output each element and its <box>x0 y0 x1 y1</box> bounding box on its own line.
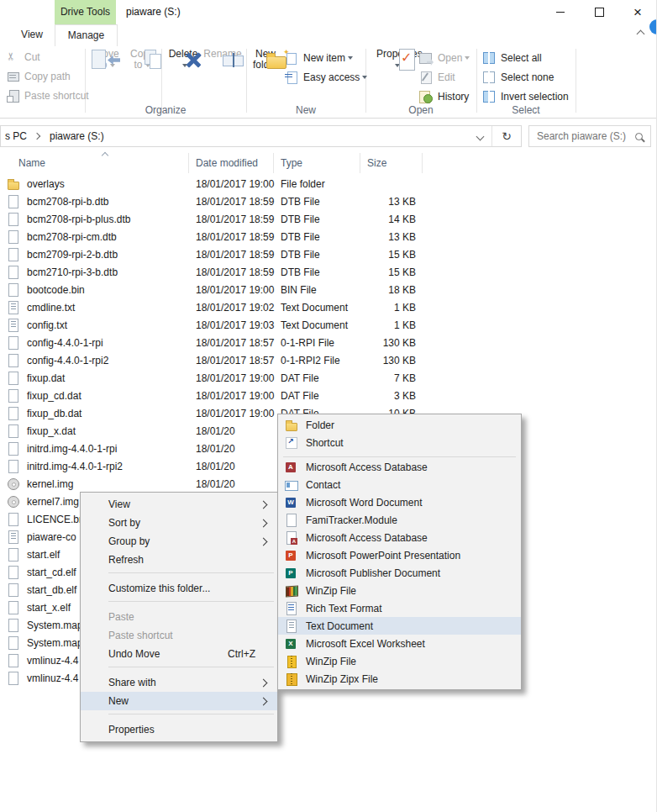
new-submenu-item[interactable]: Contact <box>278 476 521 493</box>
context-menu-item-label: Sort by <box>108 517 140 529</box>
context-menu-item-label: Undo Move <box>108 648 160 660</box>
open-button[interactable]: Open <box>419 50 470 66</box>
paste-shortcut-button[interactable]: Paste shortcut <box>7 88 89 103</box>
invert-selection-icon <box>482 90 496 103</box>
title-bar[interactable]: Drive Tools piaware (S:) × <box>0 0 657 24</box>
cut-button[interactable]: Cut <box>7 50 40 65</box>
context-menu-item[interactable]: Group by <box>81 532 277 551</box>
minimize-button[interactable] <box>541 0 580 24</box>
new-submenu-item[interactable]: WinZip Zipx File <box>278 670 521 688</box>
column-header-name[interactable]: Name <box>0 153 189 173</box>
file-size: 7 KB <box>360 372 419 384</box>
new-submenu-item-label: Folder <box>306 419 334 431</box>
file-size: 14 KB <box>360 214 419 225</box>
file-type: Text Document <box>274 319 360 331</box>
file-row[interactable]: config-4.4.0-1-rpi 18/01/2017 18:57 0-1-… <box>0 334 657 351</box>
open-icon <box>419 51 433 65</box>
file-name: config.txt <box>20 319 189 331</box>
context-menu-item[interactable] <box>81 572 277 579</box>
context-menu-item[interactable]: Paste <box>81 608 277 626</box>
new-submenu-item[interactable]: Shortcut <box>278 434 521 451</box>
copy-path-button[interactable]: Copy path <box>7 69 71 84</box>
contextual-tab-drive-tools[interactable]: Drive Tools <box>55 0 116 24</box>
new-submenu-item[interactable]: Microsoft Word Document <box>278 493 521 511</box>
breadcrumb-root[interactable]: s PC <box>5 130 27 142</box>
context-menu-item[interactable] <box>81 667 277 673</box>
new-submenu-item-label: Shortcut <box>306 437 344 449</box>
breadcrumb-drive[interactable]: piaware (S:) <box>50 130 104 142</box>
column-header-size[interactable]: Size <box>360 153 423 173</box>
file-type-icon <box>7 177 20 191</box>
context-menu-item[interactable]: View <box>81 495 277 514</box>
file-row[interactable]: bcm2710-rpi-3-b.dtb 18/01/2017 18:59 DTB… <box>0 263 657 281</box>
collapse-ribbon-chevron-icon[interactable] <box>637 30 645 39</box>
select-none-button[interactable]: Select none <box>482 69 554 86</box>
file-type: DTB File <box>274 266 360 278</box>
new-submenu-item[interactable]: Microsoft PowerPoint Presentation <box>278 546 521 564</box>
file-row[interactable]: bcm2708-rpi-cm.dtb 18/01/2017 18:59 DTB … <box>0 228 657 245</box>
file-row[interactable]: cmdline.txt 18/01/2017 19:02 Text Docume… <box>0 298 657 316</box>
column-headers: Name Date modified Type Size <box>0 153 657 173</box>
new-submenu-item[interactable] <box>278 451 521 458</box>
edit-button[interactable]: Edit <box>419 69 455 86</box>
context-menu-item[interactable]: New <box>81 692 277 710</box>
new-submenu-item[interactable]: Microsoft Excel Worksheet <box>278 635 521 652</box>
group-divider <box>476 49 477 113</box>
column-header-type[interactable]: Type <box>274 153 360 173</box>
maximize-button[interactable] <box>580 0 618 24</box>
history-button[interactable]: History <box>419 88 469 105</box>
file-row[interactable]: bootcode.bin 18/01/2017 19:00 BIN File 1… <box>0 281 657 298</box>
file-row[interactable]: bcm2708-rpi-b.dtb 18/01/2017 18:59 DTB F… <box>0 192 657 210</box>
context-menu-item[interactable]: Properties <box>81 720 277 739</box>
new-submenu-item[interactable]: Rich Text Format <box>278 599 521 617</box>
column-header-name-label: Name <box>18 157 45 169</box>
context-menu-item[interactable]: Customize this folder... <box>81 579 277 598</box>
file-type-icon <box>7 266 20 279</box>
new-submenu-item[interactable]: Folder <box>278 416 521 434</box>
context-menu-item[interactable]: Share with <box>81 673 277 692</box>
select-all-button[interactable]: Select all <box>482 50 542 66</box>
tab-view[interactable]: View <box>12 24 52 45</box>
new-submenu-item[interactable]: WinZip File <box>278 582 521 599</box>
context-menu-item[interactable]: Sort by <box>81 514 277 532</box>
search-icon[interactable] <box>635 133 643 140</box>
context-menu-item[interactable]: Refresh <box>81 551 277 569</box>
invert-selection-button[interactable]: Invert selection <box>482 88 569 105</box>
new-submenu-item[interactable]: Microsoft Access Database <box>278 458 521 476</box>
file-row[interactable]: bcm2709-rpi-2-b.dtb 18/01/2017 18:59 DTB… <box>0 245 657 263</box>
submenu-arrow-icon <box>260 698 268 706</box>
tab-manage[interactable]: Manage <box>55 24 118 47</box>
file-type-icon <box>7 636 20 650</box>
file-type-icon <box>7 319 20 332</box>
new-item-button[interactable]: New item <box>285 50 353 66</box>
file-row[interactable]: overlays 18/01/2017 19:00 File folder <box>0 175 657 192</box>
context-menu-item[interactable]: Undo Move Ctrl+Z <box>81 645 277 663</box>
file-name: config-4.4.0-1-rpi <box>20 337 189 349</box>
search-box[interactable] <box>528 125 651 147</box>
address-dropdown-icon[interactable] <box>476 132 485 140</box>
context-menu-item[interactable]: Paste shortcut <box>81 626 277 645</box>
file-row[interactable]: fixup_cd.dat 18/01/2017 19:00 DAT File 3… <box>0 387 657 404</box>
file-type-icon <box>7 442 20 456</box>
file-row[interactable]: config.txt 18/01/2017 19:03 Text Documen… <box>0 316 657 334</box>
column-header-date-modified[interactable]: Date modified <box>189 153 274 173</box>
file-row[interactable]: fixup.dat 18/01/2017 19:00 DAT File 7 KB <box>0 369 657 387</box>
context-menu-item[interactable] <box>81 601 277 608</box>
address-bar[interactable]: s PC piaware (S:) ↻ <box>0 125 522 147</box>
new-submenu-item[interactable]: Text Document <box>278 617 521 635</box>
file-size: 130 KB <box>360 355 419 366</box>
new-submenu-item[interactable]: Microsoft Access Database <box>278 529 521 546</box>
new-submenu-item[interactable]: Microsoft Publisher Document <box>278 564 521 582</box>
new-submenu-item[interactable]: WinZip File <box>278 652 521 670</box>
search-input[interactable] <box>535 129 635 143</box>
file-row[interactable]: config-4.4.0-1-rpi2 18/01/2017 18:57 0-1… <box>0 351 657 369</box>
easy-access-button[interactable]: Easy access <box>285 69 367 86</box>
file-row[interactable]: bcm2708-rpi-b-plus.dtb 18/01/2017 18:59 … <box>0 210 657 228</box>
context-menu-item[interactable] <box>81 714 277 720</box>
file-type: BIN File <box>274 284 360 296</box>
file-type: DAT File <box>274 390 360 402</box>
refresh-icon[interactable]: ↻ <box>492 129 521 143</box>
breadcrumb-chevron-icon[interactable] <box>34 133 40 140</box>
file-date-modified: 18/01/2017 18:59 <box>189 196 274 208</box>
new-submenu-item[interactable]: FamiTracker.Module <box>278 511 521 529</box>
